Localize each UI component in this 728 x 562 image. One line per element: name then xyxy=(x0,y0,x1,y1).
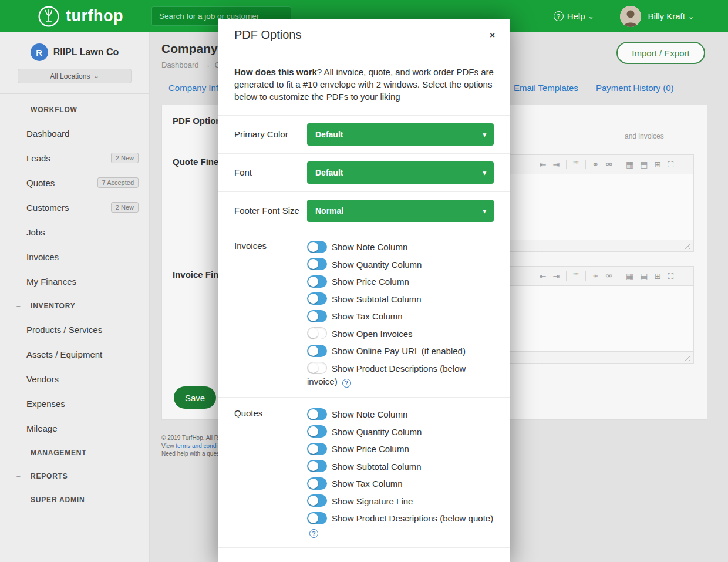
footer-font-size-select[interactable]: Normal▾ xyxy=(307,200,494,222)
tab-email-templates[interactable]: Email Templates xyxy=(514,83,578,93)
sidebar-item-leads[interactable]: Leads2 New xyxy=(0,146,149,170)
sidebar-item-expenses[interactable]: Expenses xyxy=(0,391,149,416)
sidebar-section-inventory[interactable]: ┄INVENTORY xyxy=(0,295,149,317)
blockquote-icon[interactable]: ”” xyxy=(573,272,578,280)
field-label: Quotes xyxy=(234,407,307,538)
field-label: Primary Color xyxy=(234,123,307,146)
company-header[interactable]: R RIIPL Lawn Co xyxy=(0,32,149,68)
toggle-item-show-product-descriptions-below-quote: Show Product Descriptions (below quote) … xyxy=(307,511,494,538)
sidebar-item-mileage[interactable]: Mileage xyxy=(0,416,149,440)
field-label: Footer Font Size xyxy=(234,200,307,222)
close-icon[interactable]: × xyxy=(490,30,495,40)
modal-row-footer-font-size: Footer Font SizeNormal▾ xyxy=(218,192,510,230)
toggle-item-show-online-pay-url-if-enabled: Show Online Pay URL (if enabled) xyxy=(307,344,494,357)
sidebar: R RIIPL Lawn Co All Locations ⌄ ┄WORKFLO… xyxy=(0,32,150,562)
font-select[interactable]: Default▾ xyxy=(307,161,494,184)
frame-icon[interactable]: ▤ xyxy=(640,272,648,280)
sidebar-item-quotes[interactable]: Quotes7 Accepted xyxy=(0,170,149,195)
toolbar-divider xyxy=(566,160,567,169)
indent-icon[interactable]: ⇥ xyxy=(552,272,560,280)
user-menu[interactable]: Billy Kraft ⌄ xyxy=(648,11,694,21)
sprinkler-logo-icon xyxy=(38,5,60,28)
import-export-button[interactable]: Import / Export xyxy=(616,42,705,64)
toggle-show-tax-column[interactable] xyxy=(307,477,327,490)
sidebar-item-assets-equipment[interactable]: Assets / Equipment xyxy=(0,342,149,366)
toggle-show-price-column[interactable] xyxy=(307,275,327,288)
link-icon[interactable]: ⚭ xyxy=(592,272,599,280)
caret-down-icon: ▾ xyxy=(483,169,486,177)
sidebar-section-management[interactable]: ┄MANAGEMENT xyxy=(0,442,149,464)
toolbar-divider xyxy=(619,271,619,281)
toggle-show-product-descriptions-below-invoice[interactable] xyxy=(307,362,327,374)
brand-logo[interactable]: turfhop xyxy=(38,5,123,28)
toggle-show-subtotal-column[interactable] xyxy=(307,460,327,472)
help-menu[interactable]: ? Help ⌄ xyxy=(554,11,594,21)
company-logo-icon: R xyxy=(31,43,48,61)
sidebar-section-super-admin[interactable]: ┄SUPER ADMIN xyxy=(0,489,149,511)
tab-company-info[interactable]: Company Info xyxy=(168,83,223,93)
help-icon[interactable]: ? xyxy=(309,529,318,538)
unlink-icon[interactable]: ⚮ xyxy=(605,160,612,169)
toggle-show-quantity-column[interactable] xyxy=(307,425,327,438)
toggle-knob xyxy=(308,294,318,304)
toggle-item-show-quantity-column: Show Quantity Column xyxy=(307,425,494,438)
toggle-show-signature-line[interactable] xyxy=(307,494,327,507)
modal-row-primary-color: Primary ColorDefault▾ xyxy=(218,116,510,154)
sidebar-section-workflow[interactable]: ┄WORKFLOW xyxy=(0,99,149,121)
toggle-knob xyxy=(308,242,318,252)
table-icon[interactable]: ⊞ xyxy=(654,272,661,280)
outdent-icon[interactable]: ⇤ xyxy=(540,272,547,280)
sidebar-item-invoices[interactable]: Invoices xyxy=(0,244,149,269)
fullscreen-icon[interactable]: ⛶ xyxy=(668,272,673,280)
help-icon[interactable]: ? xyxy=(342,379,351,388)
save-button[interactable]: Save xyxy=(174,386,216,409)
toggle-item-show-price-column: Show Price Column xyxy=(307,442,494,455)
toggle-item-show-product-descriptions-below-invoice: Show Product Descriptions (below invoice… xyxy=(307,361,494,388)
sidebar-nav: ┄WORKFLOWDashboardLeads2 NewQuotes7 Acce… xyxy=(0,94,149,511)
toggle-show-tax-column[interactable] xyxy=(307,310,327,322)
dashes-icon: ┄ xyxy=(16,106,26,114)
primary-color-select[interactable]: Default▾ xyxy=(307,123,494,146)
modal-body: How does this work? All invoice, quote, … xyxy=(218,51,510,548)
link-icon[interactable]: ⚭ xyxy=(592,160,599,169)
toggle-show-subtotal-column[interactable] xyxy=(307,292,327,305)
user-avatar[interactable] xyxy=(620,6,641,27)
outdent-icon[interactable]: ⇤ xyxy=(540,160,547,169)
sidebar-item-jobs[interactable]: Jobs xyxy=(0,220,149,244)
toggle-item-show-tax-column: Show Tax Column xyxy=(307,476,494,490)
toggle-show-product-descriptions-below-quote[interactable] xyxy=(307,512,327,524)
sidebar-item-dashboard[interactable]: Dashboard xyxy=(0,121,149,146)
brand-name: turfhop xyxy=(66,7,123,25)
frame-icon[interactable]: ▤ xyxy=(640,160,648,169)
toggle-knob xyxy=(308,346,318,356)
toggle-show-note-column[interactable] xyxy=(307,408,327,420)
image-icon[interactable]: ▦ xyxy=(626,160,633,169)
resize-handle-icon[interactable] xyxy=(684,354,690,361)
sidebar-item-vendors[interactable]: Vendors xyxy=(0,366,149,391)
resize-handle-icon[interactable] xyxy=(684,243,690,249)
toggle-show-online-pay-url-if-enabled[interactable] xyxy=(307,345,327,357)
breadcrumb-home[interactable]: Dashboard xyxy=(161,60,199,69)
sidebar-item-customers[interactable]: Customers2 New xyxy=(0,195,149,220)
toggle-knob xyxy=(308,426,318,436)
sidebar-item-products-services[interactable]: Products / Services xyxy=(0,317,149,342)
toggle-show-quantity-column[interactable] xyxy=(307,258,327,270)
table-icon[interactable]: ⊞ xyxy=(654,160,661,169)
dashes-icon: ┄ xyxy=(16,449,26,457)
tab-payment-history[interactable]: Payment History (0) xyxy=(596,83,674,93)
company-name: RIIPL Lawn Co xyxy=(53,47,119,58)
blockquote-icon[interactable]: ”” xyxy=(573,160,578,169)
toggle-show-note-column[interactable] xyxy=(307,241,327,253)
fullscreen-icon[interactable]: ⛶ xyxy=(668,160,673,169)
toggle-show-open-invoices[interactable] xyxy=(307,327,327,339)
unlink-icon[interactable]: ⚮ xyxy=(605,272,612,280)
sidebar-section-reports[interactable]: ┄REPORTS xyxy=(0,465,149,487)
indent-icon[interactable]: ⇥ xyxy=(552,160,560,169)
sidebar-item-my-finances[interactable]: My Finances xyxy=(0,269,149,294)
count-badge: 2 New xyxy=(111,153,139,163)
toggle-show-price-column[interactable] xyxy=(307,443,327,455)
locations-dropdown[interactable]: All Locations ⌄ xyxy=(18,69,132,83)
toggle-knob xyxy=(308,311,318,321)
image-icon[interactable]: ▦ xyxy=(626,272,633,280)
locations-label: All Locations xyxy=(50,72,90,80)
